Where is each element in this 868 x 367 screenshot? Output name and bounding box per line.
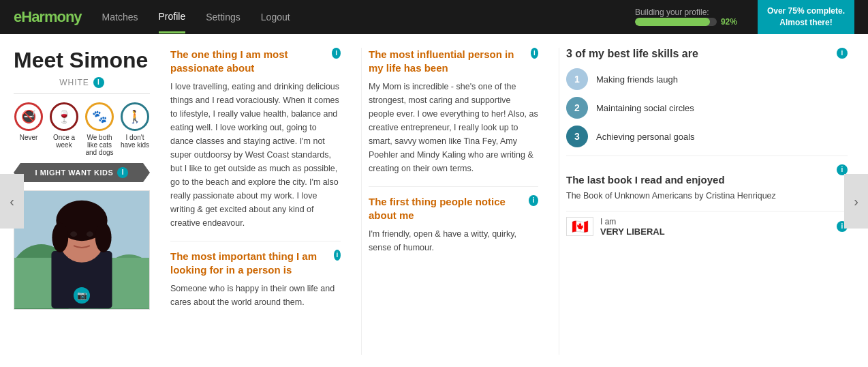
progress-section: Building your profile: 92%	[635, 8, 737, 27]
pets-label: We both like cats and dogs	[84, 134, 114, 156]
first-notice-title: The first thing people notice about me	[369, 195, 529, 222]
mid-left-column: The one thing I am most passionate about…	[164, 48, 347, 355]
skill-item-3: 3 Achieving personal goals	[566, 126, 848, 147]
skill-number-2: 2	[566, 97, 588, 119]
first-notice-text: I'm friendly, open & have a witty, quirk…	[369, 227, 538, 254]
divider-1	[170, 241, 341, 241]
camera-icon: 📷	[77, 291, 87, 300]
drinking-label: Once a week	[49, 134, 79, 149]
political-label: I am	[600, 217, 665, 226]
kids-label: I don't have kids	[120, 134, 150, 149]
drinking-circle: 🍷	[50, 102, 78, 131]
smoking-label: Never	[20, 134, 38, 141]
flag-icon: 🇨🇦	[566, 217, 593, 236]
profile-photo[interactable]: 📷	[14, 190, 150, 310]
progress-percent: 92%	[721, 17, 737, 27]
looking-for-info-icon[interactable]: i	[334, 250, 341, 261]
kids-want-label: I MIGHT WANT KIDS	[35, 168, 114, 177]
skills-info-icon[interactable]: i	[837, 48, 848, 59]
looking-for-text: Someone who is happy in their own life a…	[170, 282, 341, 309]
complete-badge-line1: Over 75% complete.	[767, 6, 845, 16]
passionate-title: The one thing I am most passionate about	[170, 48, 332, 74]
skill-label-1: Making friends laugh	[596, 74, 678, 85]
skills-title: 3 of my best life skills are	[566, 48, 698, 60]
icon-pets: 🐾 We both like cats and dogs	[84, 102, 114, 156]
nav-arrow-left[interactable]: ‹	[0, 174, 24, 229]
passionate-text: I love travelling, eating and drinking d…	[170, 80, 341, 230]
first-notice-info-icon[interactable]: i	[529, 195, 538, 206]
skills-header: 3 of my best life skills are i	[566, 48, 848, 68]
nav-arrow-right[interactable]: ›	[844, 174, 868, 229]
flag-emoji: 🇨🇦	[572, 218, 589, 235]
progress-fill	[635, 18, 710, 26]
svg-point-9	[95, 222, 112, 252]
divider-2	[369, 186, 538, 187]
influential-text: My Mom is incredible - she's one of the …	[369, 80, 538, 175]
header: eHarmony Matches Profile Settings Logout…	[0, 0, 868, 34]
logo-rest: Harmony	[21, 8, 81, 25]
complete-badge[interactable]: Over 75% complete. Almost there!	[758, 0, 854, 34]
progress-label: Building your profile:	[635, 8, 709, 17]
skill-number-3: 3	[566, 126, 588, 147]
first-notice-header: The first thing people notice about me i	[369, 195, 538, 227]
political-value: VERY LIBERAL	[600, 226, 665, 237]
svg-point-10	[70, 231, 77, 237]
icon-drinking: 🍷 Once a week	[49, 102, 79, 156]
nav-logout[interactable]: Logout	[261, 2, 290, 32]
skill-label-3: Achieving personal goals	[596, 132, 695, 142]
skill-label-2: Maintaining social circles	[596, 103, 694, 113]
divider-3	[566, 156, 848, 156]
left-column: Meet Simone WHITE i 🚭 Never 🍷 Once a wee…	[14, 48, 150, 355]
complete-badge-line2: Almost there!	[779, 18, 832, 27]
ethnicity-bar: WHITE i	[14, 77, 150, 94]
smoking-circle: 🚭	[14, 102, 43, 131]
main-content: ‹ Meet Simone WHITE i 🚭 Never 🍷 Once a w…	[0, 34, 868, 367]
kids-info-icon[interactable]: i	[117, 167, 128, 178]
looking-for-header: The most important thing I am looking fo…	[170, 250, 341, 282]
logo[interactable]: eHarmony	[14, 8, 82, 26]
nav-settings[interactable]: Settings	[206, 2, 241, 32]
kids-circle: 🚶	[121, 102, 149, 131]
right-column: 3 of my best life skills are i 1 Making …	[559, 48, 854, 355]
skill-item-2: 2 Maintaining social circles	[566, 97, 848, 119]
last-book-header: The last book I read and enjoyed i	[566, 164, 848, 190]
ethnicity-label: WHITE	[59, 78, 89, 87]
skill-number-1: 1	[566, 68, 588, 90]
svg-point-8	[52, 222, 68, 252]
svg-point-11	[87, 231, 93, 237]
nav-profile[interactable]: Profile	[159, 1, 186, 33]
passionate-header: The one thing I am most passionate about…	[170, 48, 341, 80]
political-info: I am VERY LIBERAL	[600, 217, 665, 237]
meet-title: Meet Simone	[14, 48, 150, 73]
influential-header: The most influential person in my life h…	[369, 48, 538, 80]
nav-matches[interactable]: Matches	[102, 2, 138, 32]
progress-bar	[635, 18, 717, 26]
lifestyle-icons: 🚭 Never 🍷 Once a week 🐾 We both like cat…	[14, 102, 150, 156]
icon-smoking: 🚭 Never	[14, 102, 44, 156]
logo-e: e	[14, 8, 21, 25]
political-box: 🇨🇦 I am VERY LIBERAL i	[566, 211, 848, 242]
ethnicity-info-icon[interactable]: i	[93, 77, 104, 88]
icon-kids: 🚶 I don't have kids	[120, 102, 150, 156]
influential-info-icon[interactable]: i	[531, 48, 538, 59]
nav-links: Matches Profile Settings Logout	[102, 1, 615, 33]
passionate-info-icon[interactable]: i	[332, 48, 341, 59]
looking-for-title: The most important thing I am looking fo…	[170, 250, 334, 276]
last-book-title: The last book I read and enjoyed	[566, 174, 725, 186]
kids-want-bar: I MIGHT WANT KIDS i	[14, 163, 150, 182]
pets-circle: 🐾	[85, 102, 114, 131]
photo-badge-icon[interactable]: 📷	[74, 287, 90, 304]
influential-title: The most influential person in my life h…	[369, 48, 531, 74]
skill-item-1: 1 Making friends laugh	[566, 68, 848, 90]
mid-right-column: The most influential person in my life h…	[361, 48, 545, 355]
last-book-text: The Book of Unknown Americans by Cristin…	[566, 190, 848, 203]
